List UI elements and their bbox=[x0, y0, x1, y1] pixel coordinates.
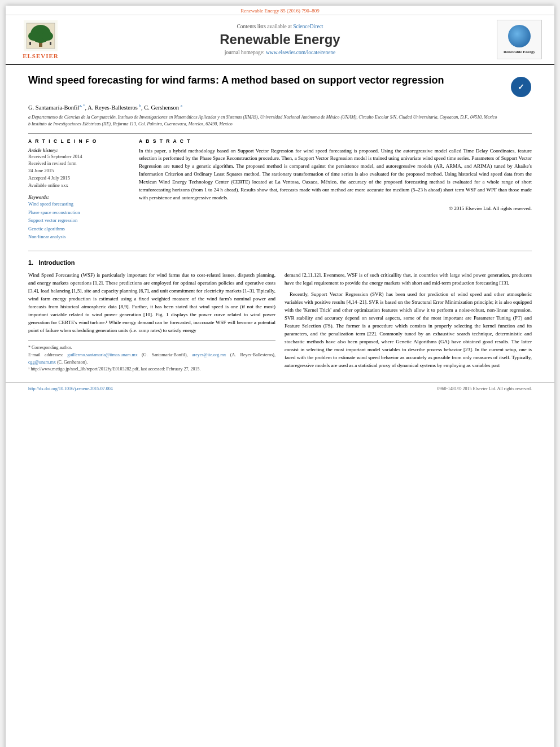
elsevier-logo: ELSEVIER bbox=[23, 20, 59, 59]
author-3-sup: a bbox=[181, 103, 182, 108]
section-title: Introduction bbox=[38, 259, 75, 266]
crossmark-area[interactable]: ✓ bbox=[510, 76, 532, 98]
journal-bar: Renewable Energy 85 (2016) 790–809 bbox=[6, 6, 554, 15]
doi-link[interactable]: http://dx.doi.org/10.1016/j.renene.2015.… bbox=[28, 386, 113, 391]
keyword-2: Phase space reconstruction bbox=[28, 208, 130, 216]
footnote-email3-link[interactable]: cgg@unam.mx bbox=[28, 360, 56, 365]
crossmark-icon: ✓ bbox=[511, 77, 531, 97]
keywords-label: Keywords: bbox=[28, 194, 130, 200]
svg-rect-6 bbox=[29, 42, 31, 45]
author-1-sup: a, * bbox=[79, 103, 85, 108]
introduction-section: 1. Introduction Wind Speed Forecasting (… bbox=[28, 259, 532, 373]
intro-col2-p2: Recently, Support Vector Regression (SVR… bbox=[285, 291, 532, 369]
article-info-abstract: A R T I C L E I N F O Article history: R… bbox=[28, 138, 532, 247]
body-divider bbox=[28, 251, 532, 251]
article-info-section: A R T I C L E I N F O Article history: R… bbox=[28, 138, 130, 189]
header-divider bbox=[28, 133, 532, 134]
re-logo-circle-icon bbox=[508, 25, 531, 47]
authors-line: G. Santamaría-Bonfila, *, A. Reyes-Balle… bbox=[28, 103, 532, 111]
accepted-text: Accepted 4 July 2015 bbox=[28, 174, 130, 182]
available-text: Available online xxx bbox=[28, 182, 130, 189]
affiliation-b: b Instituto de Investigaciones Eléctrica… bbox=[28, 121, 532, 128]
keyword-3: Support vector regression bbox=[28, 216, 130, 224]
footnote-star: * Corresponding author. bbox=[28, 344, 275, 352]
abstract-column: A B S T R A C T In this paper, a hybrid … bbox=[139, 138, 532, 247]
affiliations: a Departamento de Ciencias de la Computa… bbox=[28, 114, 532, 128]
article-page: Renewable Energy 85 (2016) 790–809 bbox=[6, 6, 554, 747]
author-3-name: C. Gershenson bbox=[144, 104, 179, 111]
footnote-email3-name: (C. Gershenson). bbox=[57, 360, 88, 365]
journal-name: Renewable Energy bbox=[220, 32, 340, 47]
footnote-email: E-mail addresses: guillermo.santamaria@i… bbox=[28, 352, 275, 366]
author-2-name: A. Reyes-Ballesteros bbox=[88, 104, 138, 111]
homepage-text: journal homepage: bbox=[225, 50, 266, 55]
svg-point-5 bbox=[42, 32, 53, 41]
homepage-line: journal homepage: www.elsevier.com/locat… bbox=[225, 50, 336, 55]
contents-available-line: Contents lists available at ScienceDirec… bbox=[237, 24, 323, 29]
contents-text: Contents lists available at bbox=[237, 24, 293, 29]
bottom-bar: http://dx.doi.org/10.1016/j.renene.2015.… bbox=[6, 382, 554, 395]
footnote-email2-name: (A. Reyes-Ballesteros), bbox=[230, 352, 275, 357]
intro-col1: Wind Speed Forecasting (WSF) is particul… bbox=[28, 272, 275, 373]
intro-body-columns: Wind Speed Forecasting (WSF) is particul… bbox=[28, 272, 532, 373]
footnotes: * Corresponding author. E-mail addresses… bbox=[28, 340, 275, 373]
journal-logo-area: Renewable Energy bbox=[491, 20, 548, 59]
article-title-area: Wind speed forecasting for wind farms: A… bbox=[28, 74, 532, 98]
elsevier-tree-icon bbox=[24, 20, 58, 51]
keywords-list: Wind speed forecasting Phase space recon… bbox=[28, 200, 130, 241]
section-number-title: 1. Introduction bbox=[28, 259, 532, 266]
keyword-1: Wind speed forecasting bbox=[28, 200, 130, 208]
received-date: Received 5 September 2014 bbox=[28, 153, 130, 160]
homepage-url[interactable]: www.elsevier.com/locate/renene bbox=[266, 50, 335, 55]
abstract-text: In this paper, a hybrid methodology base… bbox=[139, 147, 532, 203]
article-title: Wind speed forecasting for wind farms: A… bbox=[28, 74, 510, 87]
sciencedirect-link[interactable]: ScienceDirect bbox=[293, 24, 323, 29]
article-info-column: A R T I C L E I N F O Article history: R… bbox=[28, 138, 130, 247]
intro-col2: demand [2,11,12]. Evenmore, WSF is of su… bbox=[285, 272, 532, 373]
svg-rect-7 bbox=[50, 42, 51, 45]
re-logo-label: Renewable Energy bbox=[504, 50, 535, 54]
author-1-name: G. Santamaría-Bonfil bbox=[28, 104, 79, 111]
author-2-sup: b bbox=[139, 103, 141, 108]
footnote-email1-link[interactable]: guillermo.santamaria@iimas.unam.mx bbox=[67, 352, 137, 357]
article-info-title: A R T I C L E I N F O bbox=[28, 138, 130, 144]
footnote-email-label: E-mail addresses: bbox=[28, 352, 67, 357]
intro-col1-p1: Wind Speed Forecasting (WSF) is particul… bbox=[28, 272, 275, 335]
doi-url[interactable]: http://dx.doi.org/10.1016/j.renene.2015.… bbox=[28, 386, 113, 391]
revised-label: Received in revised form bbox=[28, 160, 130, 167]
keyword-4: Genetic algorithms bbox=[28, 225, 130, 233]
section-number: 1. bbox=[28, 259, 33, 266]
history-label: Article history: bbox=[28, 147, 130, 153]
svg-point-4 bbox=[28, 32, 40, 41]
journal-citation: Renewable Energy 85 (2016) 790–809 bbox=[240, 8, 319, 14]
elsevier-logo-area: ELSEVIER bbox=[12, 20, 69, 59]
intro-col2-p1: demand [2,11,12]. Evenmore, WSF is of su… bbox=[285, 272, 532, 287]
keyword-5: Non-linear analysis bbox=[28, 233, 130, 241]
article-content: Wind speed forecasting for wind farms: A… bbox=[6, 65, 554, 382]
journal-title-area: Contents lists available at ScienceDirec… bbox=[69, 20, 491, 59]
footnote-email2-link[interactable]: areyes@iie.org.mx bbox=[192, 352, 226, 357]
footnote-1: ¹ http://www.metigo.jp/noel_lib/report/2… bbox=[28, 366, 275, 373]
elsevier-label: ELSEVIER bbox=[23, 53, 59, 59]
issn-text: 0960-1481/© 2015 Elsevier Ltd. All right… bbox=[438, 386, 532, 391]
keywords-section: Keywords: Wind speed forecasting Phase s… bbox=[28, 194, 130, 241]
re-logo-box: Renewable Energy bbox=[497, 20, 542, 59]
abstract-title: A B S T R A C T bbox=[139, 138, 532, 144]
abstract-copyright: © 2015 Elsevier Ltd. All rights reserved… bbox=[139, 206, 532, 211]
footnote-email1-name: (G. Santamaría-Bonfil), bbox=[142, 352, 188, 357]
journal-header: ELSEVIER Contents lists available at Sci… bbox=[6, 15, 554, 65]
affiliation-a: a Departamento de Ciencias de la Computa… bbox=[28, 114, 532, 121]
revised-date: 24 June 2015 bbox=[28, 167, 130, 174]
